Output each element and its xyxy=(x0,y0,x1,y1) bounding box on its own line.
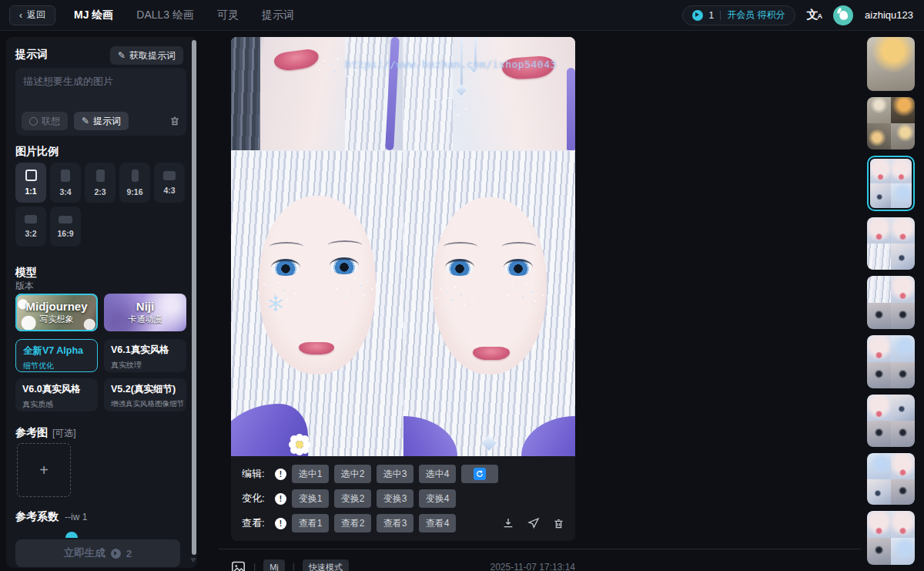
thumbnail-image xyxy=(891,453,915,479)
history-thumbnail[interactable] xyxy=(867,276,915,329)
membership-pill[interactable]: 1 开会员 得积分 xyxy=(682,5,795,25)
tab-keling[interactable]: 可灵 xyxy=(217,8,239,22)
ratio-9-16[interactable]: 9:16 xyxy=(119,163,150,203)
ratio-2-3-label: 2:3 xyxy=(94,187,105,196)
version-v61[interactable]: V6.1真实风格 真实纹理 xyxy=(104,339,186,372)
history-thumbnail[interactable] xyxy=(867,335,915,388)
sidebar-scrollbar[interactable] xyxy=(192,40,196,555)
weight-title: 参考系数 xyxy=(15,510,59,524)
face-brow xyxy=(444,242,477,251)
ratio-2-3[interactable]: 2:3 xyxy=(85,163,116,203)
upscale-4-button[interactable]: 选中4 xyxy=(419,465,456,483)
associate-icon xyxy=(29,117,38,126)
face-eye xyxy=(330,257,359,274)
reroll-button[interactable] xyxy=(461,465,498,483)
history-thumbnail-lamp-single[interactable] xyxy=(867,37,915,91)
associate-button[interactable]: 联想 xyxy=(22,112,68,130)
variation-3-button[interactable]: 变换3 xyxy=(377,489,413,508)
history-thumbnail[interactable] xyxy=(867,453,915,505)
hair-texture xyxy=(345,37,388,150)
face-lips xyxy=(273,48,320,72)
history-thumbnail[interactable] xyxy=(867,511,915,565)
history-thumbnail-selected[interactable] xyxy=(867,156,915,211)
translate-icon[interactable]: 文A xyxy=(807,8,822,22)
version-v7-name: 全新V7 Alpha xyxy=(23,344,90,358)
version-v60-name: V6.0真实风格 xyxy=(22,383,91,396)
ratio-3-2-label: 3:2 xyxy=(25,229,36,238)
view-1-button[interactable]: 查看1 xyxy=(292,514,329,532)
image-quadrant-2 xyxy=(403,37,575,150)
history-thumbnail[interactable] xyxy=(867,395,915,447)
view-2-button[interactable]: 查看2 xyxy=(334,514,371,532)
thumbnail-image xyxy=(891,511,915,538)
prompt-button[interactable]: ✎ 提示词 xyxy=(74,112,129,130)
avatar[interactable] xyxy=(833,5,853,25)
thumbnail-image xyxy=(867,453,891,479)
ratio-3-4[interactable]: 3:4 xyxy=(50,163,81,203)
generate-button[interactable]: 立即生成 2 xyxy=(15,539,180,567)
ratio-16-9[interactable]: 16:9 xyxy=(50,207,81,247)
history-thumbnail[interactable] xyxy=(867,217,915,270)
history-thumbnail-lamp-grid[interactable] xyxy=(867,97,915,149)
reference-section-title: 参考图[可选] xyxy=(15,426,76,440)
view-3-button[interactable]: 查看3 xyxy=(377,514,413,532)
weight-slider-handle[interactable] xyxy=(65,532,78,538)
ratio-4-3[interactable]: 4:3 xyxy=(154,163,185,203)
image-action-panel: 编辑: ! 选中1 选中2 选中3 选中4 变化: ! 变换1 变换2 变换3 … xyxy=(231,456,575,541)
tab-mj-drawing[interactable]: MJ 绘画 xyxy=(74,8,113,22)
sparkle-dots xyxy=(434,99,436,100)
thumbnail-image xyxy=(867,123,891,149)
info-icon[interactable]: ! xyxy=(275,469,286,480)
variation-4-button[interactable]: 变换4 xyxy=(419,489,456,508)
generated-image[interactable]: https://www.huzhan.com/ishop54043 xyxy=(231,37,575,456)
view-row: 查看: ! 查看1 查看2 查看3 查看4 xyxy=(242,514,564,532)
ratio-3-2-shape xyxy=(25,215,37,223)
variation-2-button[interactable]: 变换2 xyxy=(334,489,371,508)
version-v7-alpha[interactable]: 全新V7 Alpha 细节优化 xyxy=(15,339,98,372)
ratio-1-1[interactable]: 1:1 xyxy=(15,163,46,203)
version-v60[interactable]: V6.0真实风格 真实质感 xyxy=(15,378,98,411)
back-button[interactable]: ‹ 返回 xyxy=(9,5,55,25)
send-icon[interactable] xyxy=(527,517,540,529)
version-v60-desc: 真实质感 xyxy=(22,399,91,410)
upscale-1-button[interactable]: 选中1 xyxy=(292,465,329,483)
model-midjourney-desc: 写实想象 xyxy=(40,314,74,325)
ratio-1-1-label: 1:1 xyxy=(25,186,36,196)
version-v52[interactable]: V5.2(真实细节) 增强真实风格图像细节 xyxy=(104,378,186,411)
ratio-3-2[interactable]: 3:2 xyxy=(15,207,46,247)
ratio-section-title: 图片比例 xyxy=(15,145,59,159)
white-flower xyxy=(296,441,303,448)
face-lips xyxy=(299,342,334,354)
model-niji-name: Niji xyxy=(136,300,154,313)
image-icon[interactable] xyxy=(231,561,246,571)
get-prompt-button[interactable]: ✎ 获取提示词 xyxy=(110,46,183,65)
face-lips xyxy=(473,347,510,360)
scrollbar-down-arrow-icon[interactable] xyxy=(190,558,196,566)
upscale-3-button[interactable]: 选中3 xyxy=(377,465,413,483)
version-grid: 全新V7 Alpha 细节优化 V6.1真实风格 真实纹理 V6.0真实风格 真… xyxy=(15,339,191,411)
face-eye xyxy=(271,259,300,276)
info-icon[interactable]: ! xyxy=(275,493,286,505)
download-icon[interactable] xyxy=(502,517,514,529)
tab-prompts[interactable]: 提示词 xyxy=(262,8,294,22)
thumbnail-image xyxy=(870,159,891,183)
upscale-2-button[interactable]: 选中2 xyxy=(334,465,371,483)
pen-icon: ✎ xyxy=(82,116,89,126)
image-quadrant-4 xyxy=(403,151,575,456)
thumbnail-image xyxy=(867,303,891,330)
thumbnail-image xyxy=(891,335,915,362)
pen-icon: ✎ xyxy=(118,50,126,61)
delete-icon[interactable] xyxy=(553,518,564,529)
view-4-button[interactable]: 查看4 xyxy=(419,514,456,532)
clear-prompt-trash-icon[interactable] xyxy=(169,116,180,126)
thumbnail-image xyxy=(891,97,915,123)
view-row-label: 查看: xyxy=(242,516,270,530)
tab-dall3-drawing[interactable]: DALL3 绘画 xyxy=(136,8,194,22)
info-icon[interactable]: ! xyxy=(275,518,286,529)
model-niji[interactable]: Niji 卡通动漫 xyxy=(104,294,186,331)
model-midjourney[interactable]: Midjourney 写实想象 xyxy=(15,294,98,331)
variation-1-button[interactable]: 变换1 xyxy=(292,489,329,508)
prompt-input[interactable] xyxy=(15,68,186,109)
thumbnail-image xyxy=(867,244,891,270)
reference-upload-box[interactable]: + xyxy=(17,443,71,497)
